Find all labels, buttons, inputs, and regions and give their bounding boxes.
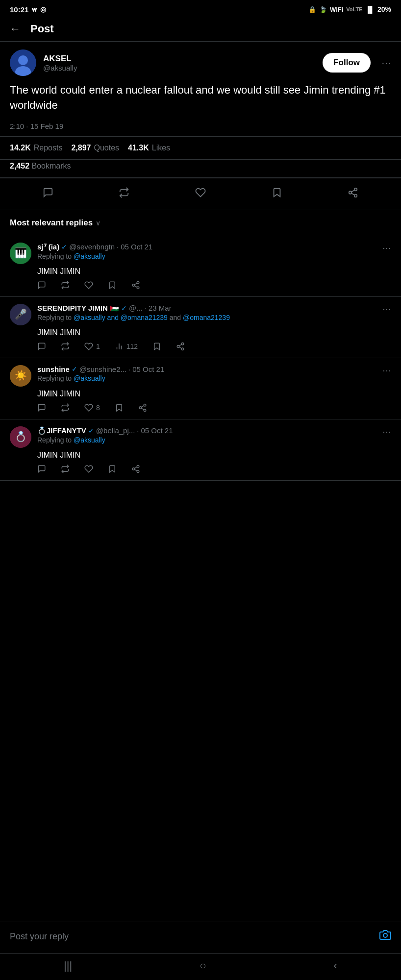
reply-like-action[interactable]	[84, 281, 93, 290]
reply-meta: SERENDIPITY JIMIN 🇵🇸 ✓ @... · 23 Mar Rep…	[37, 304, 376, 321]
battery-text: 20%	[377, 5, 391, 13]
reply-mention[interactable]: @aksually and @omana21239	[74, 314, 168, 321]
reply-like-action[interactable]: 8	[84, 403, 100, 412]
reply-time: 05 Oct 21	[141, 426, 173, 435]
author-name[interactable]: AKSEL	[43, 54, 316, 64]
svg-point-22	[181, 348, 184, 350]
svg-point-4	[349, 191, 352, 194]
reply-comment-action[interactable]	[37, 465, 46, 473]
bookmark-icon[interactable]	[269, 184, 285, 204]
like-icon[interactable]	[192, 184, 209, 204]
reply-share-action[interactable]	[131, 281, 140, 290]
reply-comment-action[interactable]	[37, 403, 46, 412]
replies-filter-label: Most relevant replies	[10, 218, 93, 228]
reply-meta: 💍JIFFANYTV ✓ @bella_pj... · 05 Oct 21 Re…	[37, 426, 376, 444]
svg-point-20	[181, 343, 184, 345]
reply-more-icon[interactable]: ⋯	[382, 365, 391, 376]
camera-icon[interactable]	[379, 929, 391, 944]
reply-mention[interactable]: @aksually	[74, 252, 105, 260]
comment-icon[interactable]	[40, 184, 56, 204]
reply-retweet-action[interactable]	[61, 465, 70, 473]
reply-meta: sj⁷ (ia) ✓ @sevenbngtn · 05 Oct 21 Reply…	[37, 243, 376, 260]
status-left: 10:21 𝐰 ◎	[10, 5, 46, 14]
reply-more-icon[interactable]: ⋯	[382, 304, 391, 315]
replying-to: Replying to @aksually	[37, 436, 376, 444]
replies-filter-header[interactable]: Most relevant replies ∨	[0, 210, 401, 236]
author-avatar[interactable]	[10, 49, 36, 76]
reply-share-action[interactable]	[176, 342, 185, 351]
share-icon[interactable]	[345, 184, 361, 204]
reply-avatar[interactable]: 💍	[10, 426, 31, 448]
reply-body: JIMIN JIMIN	[10, 267, 391, 276]
reply-mention[interactable]: @aksually	[74, 374, 105, 382]
reply-avatar[interactable]: 🎤	[10, 304, 31, 325]
reply-more-icon[interactable]: ⋯	[382, 243, 391, 253]
verified-icon: ✓	[121, 304, 127, 312]
follow-button[interactable]: Follow	[323, 53, 371, 73]
reply-share-action[interactable]	[131, 465, 140, 473]
replies-list: 🎹 sj⁷ (ia) ✓ @sevenbngtn · 05 Oct 21 Rep…	[0, 236, 401, 481]
reposts-label[interactable]: Reposts	[34, 144, 63, 152]
reply-actions: 8	[10, 403, 391, 412]
signal-icon: ▐▌	[366, 6, 375, 13]
reply-more-icon[interactable]: ⋯	[382, 426, 391, 437]
reply-avatar[interactable]: 🎹	[10, 243, 31, 264]
reply-bookmark-action[interactable]	[115, 403, 124, 412]
reply-avatar[interactable]: ☀️	[10, 365, 31, 387]
reply-handle[interactable]: @...	[129, 304, 143, 312]
svg-point-10	[137, 281, 139, 284]
reply-body: JIMIN JIMIN	[10, 328, 391, 337]
reply-handle[interactable]: @sunshine2...	[79, 365, 126, 373]
likes-label[interactable]: Likes	[152, 144, 170, 152]
post-header: ← Post	[0, 17, 401, 42]
reply-handle[interactable]: @sevenbngtn	[69, 243, 115, 251]
nav-home-icon[interactable]: ○	[200, 959, 206, 972]
reply-username[interactable]: sj⁷ (ia)	[37, 243, 59, 251]
reply-views-action[interactable]: 112	[115, 342, 138, 351]
status-bar: 10:21 𝐰 ◎ 🔒 🍃 WiFi VoLTE ▐▌ 20%	[0, 0, 401, 17]
reply-comment-action[interactable]	[37, 281, 46, 290]
reply-actions	[10, 465, 391, 473]
reply-name-row: 💍JIFFANYTV ✓ @bella_pj... · 05 Oct 21	[37, 426, 376, 435]
retweet-icon[interactable]	[116, 184, 132, 204]
nav-menu-icon[interactable]: |||	[64, 959, 72, 972]
reply-share-action[interactable]	[138, 403, 147, 412]
reply-retweet-action[interactable]	[61, 403, 70, 412]
reply-username[interactable]: 💍JIFFANYTV	[37, 426, 86, 435]
quotes-label[interactable]: Quotes	[94, 144, 119, 152]
reply-time: 23 Mar	[149, 304, 172, 312]
reply-retweet-action[interactable]	[61, 342, 70, 351]
svg-point-34	[137, 465, 139, 467]
reply-actions	[10, 281, 391, 290]
reply-username[interactable]: sunshine	[37, 365, 70, 373]
author-handle[interactable]: @aksually	[43, 64, 316, 72]
back-button[interactable]: ←	[10, 23, 21, 35]
reply-time: 05 Oct 21	[121, 243, 152, 251]
svg-point-1	[18, 55, 28, 65]
reply-time-dot: ·	[145, 304, 147, 312]
svg-line-24	[179, 344, 182, 345]
reply-like-action[interactable]: 1	[84, 342, 100, 351]
svg-text:☀️: ☀️	[15, 369, 27, 381]
reply-item: 🎤 SERENDIPITY JIMIN 🇵🇸 ✓ @... · 23 Mar R…	[0, 297, 401, 358]
reply-username[interactable]: SERENDIPITY JIMIN 🇵🇸	[37, 304, 119, 313]
verified-icon: ✓	[88, 427, 94, 435]
bookmarks-label[interactable]: Bookmarks	[32, 162, 71, 170]
svg-point-29	[144, 409, 146, 412]
nav-back-icon[interactable]: ‹	[334, 959, 337, 972]
avatar-image	[10, 49, 36, 76]
more-options-icon[interactable]: ⋯	[377, 57, 391, 69]
reply-mention-2[interactable]: @omana21239	[183, 314, 230, 321]
reply-bookmark-action[interactable]	[152, 342, 161, 351]
like-count: 1	[96, 343, 100, 350]
reply-like-action[interactable]	[84, 465, 93, 473]
reply-comment-action[interactable]	[37, 342, 46, 351]
reply-handle[interactable]: @bella_pj...	[96, 426, 135, 435]
svg-line-23	[179, 347, 182, 348]
reply-body: JIMIN JIMIN	[10, 390, 391, 398]
reply-bookmark-action[interactable]	[108, 465, 117, 473]
reply-bookmark-action[interactable]	[108, 281, 117, 290]
reply-retweet-action[interactable]	[61, 281, 70, 290]
reply-placeholder[interactable]: Post your reply	[10, 931, 69, 942]
reply-mention[interactable]: @aksually	[74, 436, 105, 444]
